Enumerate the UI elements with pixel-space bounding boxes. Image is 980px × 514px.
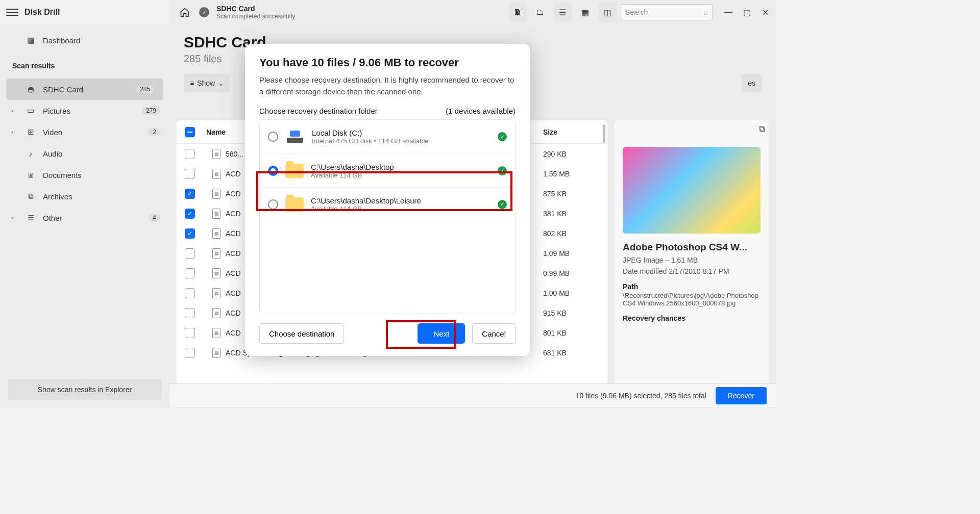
modal-title: You have 10 files / 9.06 MB to recover	[259, 56, 516, 69]
modal-description: Please choose recovery destination. It i…	[259, 74, 516, 97]
recovery-destination-modal: You have 10 files / 9.06 MB to recover P…	[245, 44, 530, 356]
folder-icon	[285, 197, 304, 212]
destination-title: Local Disk (C:)	[312, 128, 429, 137]
check-icon: ✓	[498, 132, 507, 141]
check-icon: ✓	[498, 200, 507, 209]
destination-subtitle: Internal 475 GB disk • 114 GB available	[312, 137, 429, 145]
modal-devices-count: (1 devices available)	[446, 107, 516, 115]
check-icon: ✓	[498, 166, 507, 175]
destination-subtitle: Available 114 GB	[311, 171, 394, 179]
destination-subtitle: Available 114 GB	[311, 205, 421, 213]
destination-radio[interactable]	[268, 132, 278, 142]
destination-radio[interactable]	[268, 166, 278, 176]
destination-option[interactable]: C:\Users\dasha\Desktop\LeisureAvailable …	[260, 187, 515, 221]
destination-radio[interactable]	[268, 199, 278, 210]
destination-list: Local Disk (C:)Internal 475 GB disk • 11…	[259, 119, 516, 314]
destination-option[interactable]: C:\Users\dasha\DesktopAvailable 114 GB✓	[260, 153, 515, 187]
choose-destination-button[interactable]: Choose destination	[259, 323, 344, 344]
next-button[interactable]: Next	[418, 323, 465, 344]
destination-option[interactable]: Local Disk (C:)Internal 475 GB disk • 11…	[260, 120, 515, 153]
destination-title: C:\Users\dasha\Desktop\Leisure	[311, 196, 421, 205]
destination-title: C:\Users\dasha\Desktop	[311, 163, 394, 171]
drive-icon	[285, 131, 305, 143]
cancel-button[interactable]: Cancel	[472, 323, 516, 344]
folder-icon	[285, 164, 304, 178]
modal-choose-label: Choose recovery destination folder	[259, 107, 378, 115]
